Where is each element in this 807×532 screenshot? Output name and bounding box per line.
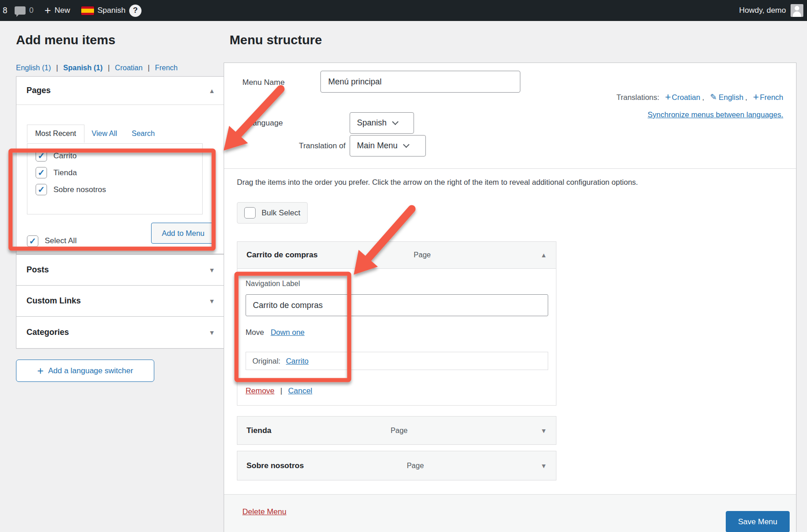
separator: , (702, 93, 704, 102)
menu-structure-title: Menu structure (230, 33, 322, 47)
divider (224, 168, 796, 169)
card-footer: Delete Menu Save Menu (224, 494, 796, 532)
chevron-down-icon: ▼ (209, 266, 215, 274)
tab-most-recent[interactable]: Most Recent (27, 125, 84, 143)
menu-item-type: Page (391, 427, 408, 435)
add-language-switcher-button[interactable]: + Add a language switcher (16, 360, 154, 382)
add-language-switcher-label: Add a language switcher (48, 366, 133, 376)
pages-tabs: Most Recent View All Search (27, 125, 162, 142)
move-label: Move (246, 328, 264, 336)
menu-name-label: Menu Name (242, 78, 285, 87)
menu-item-handle[interactable]: Sobre nosotros Page ▼ (237, 451, 556, 480)
language-select-value: Spanish (357, 118, 387, 128)
new-button[interactable]: + New (39, 0, 75, 21)
chevron-down-icon[interactable]: ▼ (540, 427, 547, 434)
translation-of-label: Translation of (270, 141, 346, 151)
language-filter-spanish[interactable]: Spanish (1) (63, 64, 103, 72)
chevron-down-icon[interactable]: ▼ (540, 462, 547, 469)
tab-search[interactable]: Search (125, 125, 162, 142)
checkbox-checked-icon (36, 150, 47, 162)
bulk-select-label: Bulk Select (262, 209, 300, 218)
menu-item-title: Sobre nosotros (246, 461, 304, 470)
categories-accordion-header[interactable]: Categories ▼ (16, 317, 225, 348)
chevron-down-icon (403, 141, 409, 147)
delete-menu-link[interactable]: Delete Menu (242, 507, 286, 516)
language-filter-french[interactable]: French (155, 64, 178, 72)
separator: | (148, 64, 150, 72)
help-icon[interactable]: ? (129, 5, 141, 17)
tab-view-all[interactable]: View All (84, 125, 125, 142)
chevron-up-icon[interactable]: ▲ (540, 251, 547, 259)
howdy-label: Howdy, demo (739, 6, 786, 15)
posts-title: Posts (26, 265, 49, 275)
translations-line: Translations: + Croatian , ✎ English , +… (617, 92, 783, 102)
admin-language-switcher[interactable]: Spanish ? (76, 0, 147, 21)
posts-accordion-header[interactable]: Posts ▼ (16, 255, 225, 285)
translation-link-french[interactable]: French (760, 93, 783, 102)
page-checkbox-sobre-nosotros[interactable]: Sobre nosotros (36, 184, 194, 195)
navigation-label-input[interactable] (246, 294, 548, 316)
custom-links-accordion-header[interactable]: Custom Links ▼ (16, 286, 225, 316)
plus-icon: + (665, 92, 671, 102)
menu-item-tienda: Tienda Page ▼ (237, 416, 556, 445)
language-filter: English (1) | Spanish (1) | Croatian | F… (16, 64, 178, 72)
remove-cancel-row: Remove | Cancel (246, 386, 312, 396)
page-checkbox-carrito[interactable]: Carrito (36, 150, 194, 162)
comments-menu[interactable]: 0 (9, 0, 39, 21)
select-all-label: Select All (45, 236, 77, 245)
add-to-menu-button[interactable]: Add to Menu (151, 223, 215, 244)
translation-link-english[interactable]: English (718, 93, 743, 102)
move-down-one-link[interactable]: Down one (271, 328, 304, 336)
menu-item-type: Page (407, 462, 424, 470)
updates-count[interactable]: 8 (0, 0, 9, 21)
chevron-up-icon: ▲ (209, 87, 215, 94)
translations-label: Translations: (617, 93, 660, 102)
pages-title: Pages (26, 86, 51, 95)
admin-language-label: Spanish (98, 6, 126, 15)
translation-link-croatian[interactable]: Croatian (672, 93, 700, 102)
page-label: Tienda (53, 168, 77, 177)
pages-accordion-header[interactable]: Pages ▲ (16, 77, 225, 105)
menu-item-type: Page (414, 251, 430, 259)
page-checkbox-tienda[interactable]: Tienda (36, 167, 194, 178)
page-label: Carrito (53, 151, 77, 161)
original-row: Original: Carrito (246, 352, 548, 370)
pages-checklist: Carrito Tienda Sobre nosotros (27, 143, 203, 214)
comments-count: 0 (29, 6, 33, 15)
chevron-down-icon (392, 118, 398, 125)
pages-panel: Pages ▲ Most Recent View All Search Carr… (16, 76, 225, 254)
checkbox-checked-icon (36, 167, 47, 178)
page-label: Sobre nosotros (53, 185, 106, 194)
language-filter-croatian[interactable]: Croatian (115, 64, 142, 72)
navigation-label: Navigation Label (246, 280, 300, 288)
account-menu[interactable]: Howdy, demo (739, 4, 807, 17)
separator: | (280, 386, 282, 395)
menu-name-input[interactable] (320, 71, 520, 93)
original-label: Original: (252, 357, 280, 365)
select-all-checkbox[interactable] (27, 235, 38, 247)
cancel-link[interactable]: Cancel (288, 386, 312, 395)
pencil-icon: ✎ (710, 92, 717, 102)
translation-of-select[interactable]: Main Menu (350, 135, 426, 156)
chevron-down-icon: ▼ (209, 297, 215, 305)
remove-link[interactable]: Remove (246, 386, 274, 395)
plus-icon: + (37, 365, 43, 377)
save-menu-button[interactable]: Save Menu (726, 511, 790, 532)
comment-bubble-icon (15, 6, 26, 15)
separator: , (745, 93, 748, 102)
original-carrito-link[interactable]: Carrito (286, 357, 309, 365)
menu-item-handle[interactable]: Carrito de compras Page ▲ (237, 241, 556, 269)
menu-item-settings: Navigation Label Move Down one Original:… (237, 269, 556, 406)
bulk-select-checkbox[interactable]: Bulk Select (237, 202, 308, 224)
categories-panel: Categories ▼ (16, 316, 225, 349)
plus-icon: + (44, 5, 51, 16)
checkbox-unchecked-icon (244, 207, 256, 219)
synchronize-menus-link[interactable]: Synchronize menus between languages. (648, 110, 783, 119)
language-select[interactable]: Spanish (350, 112, 414, 134)
language-filter-english[interactable]: English (1) (16, 64, 51, 72)
categories-title: Categories (26, 328, 69, 337)
menu-item-carrito-de-compras: Carrito de compras Page ▲ Navigation Lab… (237, 241, 556, 406)
menu-item-title: Tienda (246, 426, 271, 435)
avatar (791, 4, 803, 17)
menu-item-handle[interactable]: Tienda Page ▼ (237, 416, 556, 445)
